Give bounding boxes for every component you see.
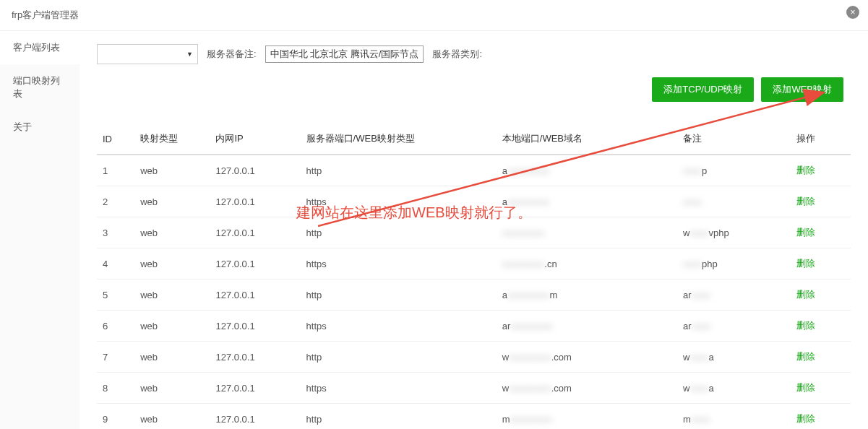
cell-ip: 127.0.0.1 (210, 217, 300, 248)
server-remark-value: 中国华北 北京北京 腾讯云/国际节点 (265, 46, 424, 63)
table-header-type: 映射类型 (134, 124, 210, 155)
cell-domain: wxxxxxxxxx.com (497, 342, 677, 373)
add-tcp-udp-button[interactable]: 添加TCP/UDP映射 (652, 77, 754, 102)
cell-id: 6 (97, 311, 134, 342)
cell-action: 删除 (791, 373, 851, 404)
server-select[interactable]: ▼ (97, 44, 198, 64)
cell-proto: https (301, 186, 497, 217)
delete-link[interactable]: 删除 (796, 413, 815, 424)
cell-domain: arxxxxxxxxx (497, 311, 677, 342)
cell-proto: https (301, 311, 497, 342)
table-header-id: ID (97, 124, 134, 155)
table-row: 1 web 127.0.0.1 http axxxxxxxxx xxxxp 删除 (97, 155, 851, 186)
add-web-button[interactable]: 添加WEB映射 (761, 77, 843, 102)
cell-proto: http (301, 404, 497, 430)
cell-remark: arxxxx (677, 311, 790, 342)
cell-remark: xxxx (677, 186, 790, 217)
delete-link[interactable]: 删除 (796, 320, 815, 331)
cell-proto: http (301, 155, 497, 186)
page-title: frp客户端管理器 (0, 0, 868, 31)
cell-proto: http (301, 217, 497, 248)
cell-action: 删除 (791, 248, 851, 280)
cell-action: 删除 (791, 404, 851, 430)
cell-proto: http (301, 342, 497, 373)
cell-id: 2 (97, 186, 134, 217)
cell-action: 删除 (791, 217, 851, 248)
cell-id: 1 (97, 155, 134, 186)
cell-remark: wxxxxa (677, 373, 790, 404)
delete-link[interactable]: 删除 (796, 351, 815, 362)
cell-ip: 127.0.0.1 (210, 373, 300, 404)
cell-ip: 127.0.0.1 (210, 186, 300, 217)
server-remark-label: 服务器备注: (207, 48, 257, 61)
table-row: 7 web 127.0.0.1 http wxxxxxxxxx.com wxxx… (97, 342, 851, 373)
cell-id: 8 (97, 373, 134, 404)
cell-remark: xxxxphp (677, 248, 790, 280)
cell-remark: wxxxxvphp (677, 217, 790, 248)
server-type-label: 服务器类别: (432, 48, 482, 61)
table-row: 6 web 127.0.0.1 https arxxxxxxxxx arxxxx… (97, 311, 851, 342)
table-row: 8 web 127.0.0.1 https wxxxxxxxxx.com wxx… (97, 373, 851, 404)
table-header-action: 操作 (791, 124, 851, 155)
cell-id: 5 (97, 280, 134, 311)
cell-action: 删除 (791, 280, 851, 311)
cell-ip: 127.0.0.1 (210, 280, 300, 311)
cell-domain: wxxxxxxxxx.com (497, 373, 677, 404)
cell-ip: 127.0.0.1 (210, 342, 300, 373)
close-icon[interactable]: × (846, 6, 859, 19)
cell-ip: 127.0.0.1 (210, 404, 300, 430)
mapping-table: ID 映射类型 内网IP 服务器端口/WEB映射类型 本地端口/WEB域名 备注… (97, 124, 851, 429)
table-header-remark: 备注 (677, 124, 790, 155)
cell-type: web (134, 373, 210, 404)
cell-id: 3 (97, 217, 134, 248)
table-row: 2 web 127.0.0.1 https axxxxxxxxx xxxx 删除 (97, 186, 851, 217)
cell-domain: xxxxxxxxx.cn (497, 248, 677, 280)
cell-action: 删除 (791, 155, 851, 186)
table-row: 4 web 127.0.0.1 https xxxxxxxxx.cn xxxxp… (97, 248, 851, 280)
cell-remark: xxxxp (677, 155, 790, 186)
cell-type: web (134, 217, 210, 248)
cell-id: 7 (97, 342, 134, 373)
cell-remark: arxxxx (677, 280, 790, 311)
delete-link[interactable]: 删除 (796, 227, 815, 238)
cell-type: web (134, 311, 210, 342)
cell-id: 4 (97, 248, 134, 280)
toolbar: 添加TCP/UDP映射 添加WEB映射 (97, 77, 851, 102)
cell-ip: 127.0.0.1 (210, 248, 300, 280)
cell-action: 删除 (791, 342, 851, 373)
cell-domain: axxxxxxxxx (497, 155, 677, 186)
delete-link[interactable]: 删除 (796, 196, 815, 207)
cell-id: 9 (97, 404, 134, 430)
table-row: 5 web 127.0.0.1 http axxxxxxxxxm arxxxx … (97, 280, 851, 311)
sidebar-item-about[interactable]: 关于 (0, 110, 80, 144)
main-content: ▼ 服务器备注: 中国华北 北京北京 腾讯云/国际节点 服务器类别: 添加TCP… (80, 31, 868, 429)
cell-remark: wxxxxa (677, 342, 790, 373)
cell-proto: https (301, 373, 497, 404)
cell-type: web (134, 342, 210, 373)
sidebar-item-clients[interactable]: 客户端列表 (0, 31, 80, 64)
cell-type: web (134, 248, 210, 280)
sidebar: 客户端列表 端口映射列表 关于 (0, 31, 80, 429)
cell-domain: xxxxxxxxx (497, 217, 677, 248)
caret-down-icon: ▼ (186, 51, 193, 58)
table-header-proto: 服务器端口/WEB映射类型 (301, 124, 497, 155)
delete-link[interactable]: 删除 (796, 165, 815, 176)
cell-ip: 127.0.0.1 (210, 155, 300, 186)
cell-action: 删除 (791, 311, 851, 342)
table-header-ip: 内网IP (210, 124, 300, 155)
cell-remark: mxxxx (677, 404, 790, 430)
table-row: 3 web 127.0.0.1 http xxxxxxxxx wxxxxvphp… (97, 217, 851, 248)
topbar: ▼ 服务器备注: 中国华北 北京北京 腾讯云/国际节点 服务器类别: (97, 40, 851, 77)
cell-domain: mxxxxxxxxx (497, 404, 677, 430)
cell-type: web (134, 404, 210, 430)
delete-link[interactable]: 删除 (796, 382, 815, 393)
delete-link[interactable]: 删除 (796, 289, 815, 300)
sidebar-item-port-mappings[interactable]: 端口映射列表 (0, 64, 80, 110)
cell-type: web (134, 186, 210, 217)
cell-type: web (134, 155, 210, 186)
cell-action: 删除 (791, 186, 851, 217)
cell-proto: https (301, 248, 497, 280)
delete-link[interactable]: 删除 (796, 258, 815, 269)
table-header-domain: 本地端口/WEB域名 (497, 124, 677, 155)
cell-type: web (134, 280, 210, 311)
